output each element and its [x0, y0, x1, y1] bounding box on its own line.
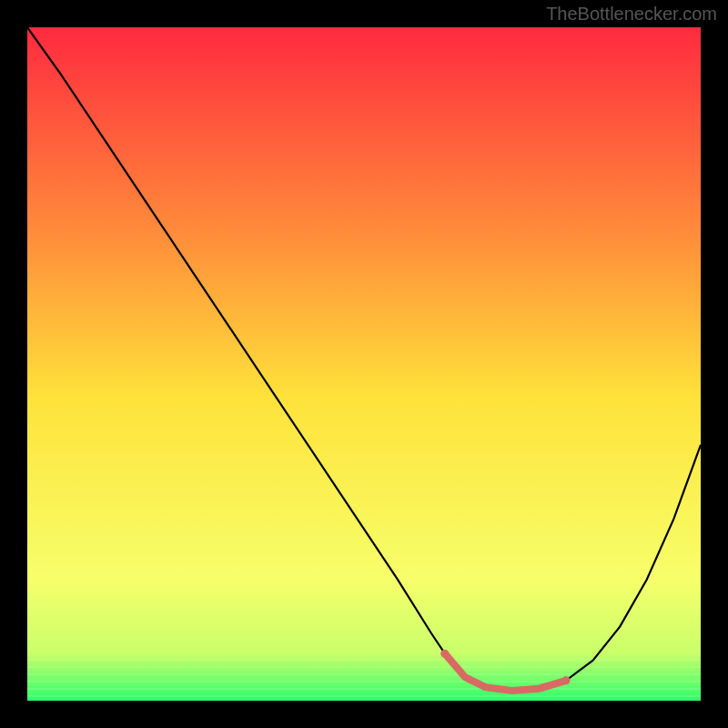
- optimal-zone-right: [562, 676, 571, 684]
- optimal-zone-mid1: [462, 674, 468, 680]
- chart-svg: [27, 27, 701, 701]
- optimal-zone-mid4: [536, 686, 541, 692]
- grid-stripe: [27, 688, 701, 690]
- grid-stripe: [27, 673, 701, 675]
- optimal-zone-mid2: [482, 684, 488, 690]
- plot-area: [27, 27, 701, 701]
- grid-stripe: [27, 695, 701, 697]
- optimal-zone-mid3: [510, 688, 515, 693]
- optimal-zone-left: [440, 650, 449, 658]
- chart-background: [27, 27, 701, 701]
- grid-stripe: [27, 681, 701, 682]
- chart-container: TheBottlenecker.com: [0, 0, 728, 728]
- watermark-text: TheBottlenecker.com: [546, 4, 717, 25]
- grid-stripe: [27, 666, 701, 668]
- grid-stripe: [27, 659, 701, 661]
